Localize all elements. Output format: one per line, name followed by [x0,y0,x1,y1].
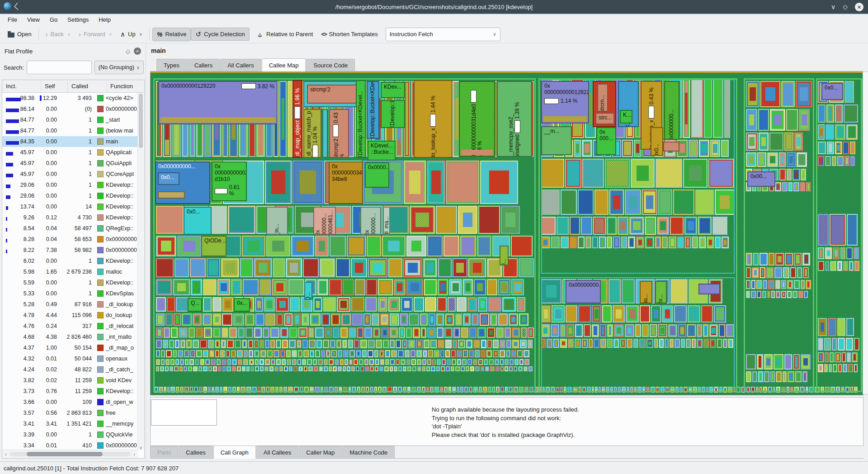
treemap-block[interactable]: strcmp'20.43 % [329,109,349,158]
table-row[interactable]: 8.227.3858 9820x00000000 [2,245,138,256]
treemap-block[interactable]: 0x0... [651,127,663,156]
table-row[interactable]: 4.371.0050 154_dl_map_o [2,342,138,353]
treemap-block[interactable] [158,191,185,199]
treemap-block[interactable]: 0x0... [821,83,843,100]
scrollbar-thumb[interactable] [27,452,103,456]
column-function[interactable]: Function [107,80,144,92]
minimize-button[interactable]: ∨ [831,4,835,10]
table-row[interactable]: 4.760.24317_dl_relocat [2,321,138,332]
treemap-block[interactable]: strcm... [597,84,608,112]
treemap-block[interactable]: __memcpy_sse2_ unaligned1.39 % [497,81,532,157]
forward-button[interactable]: › Forward ∨ [75,28,116,40]
relative-toggle[interactable]: % Relative [152,28,191,41]
treemap-block[interactable]: QIODe... [201,236,226,256]
table-row[interactable]: 3.340.014100x00000000 [2,440,138,450]
treemap-block[interactable]: K... [620,110,632,123]
treemap-block[interactable]: do... [640,281,652,303]
treemap-block[interactable]: 0x 00000000002 d1b100.61 % [212,161,247,201]
treemap-block[interactable]: 0x 000000... 0000461... [313,207,336,235]
tab-parts[interactable]: Parts [150,446,178,459]
treemap-block[interactable]: 0x00... [747,171,775,187]
treemap-block[interactable]: KDevelop::Buc... [381,100,405,128]
table-row[interactable]: 3.660.00109dl_open_w [2,397,138,408]
table-row[interactable]: 98.3812.293 493<cycle 42> [2,93,138,104]
tab-source-code[interactable]: Source Code [306,59,355,71]
float-dock-icon[interactable]: ◇ [126,48,130,55]
treemap-block[interactable]: KDev... [381,82,405,98]
event-type-combobox[interactable]: Instruction Fetch ∨ [386,28,500,41]
table-row[interactable]: 5.330.001KDevSplas [2,288,138,299]
horizontal-scrollbar[interactable]: ‹ › [2,450,138,458]
menu-item-file[interactable]: File [3,15,22,24]
table-row[interactable]: 45.970.001QApplicati [2,147,138,158]
treemap-block[interactable] [322,109,328,158]
treemap-block[interactable]: Q... [304,282,312,300]
column-called[interactable]: Called [68,80,107,92]
table-row[interactable]: 84.350.001main [2,136,138,147]
tab-caller-map[interactable]: Caller Map [299,446,342,459]
table-row[interactable]: 5.981.652 679 236malloc [2,266,138,277]
menu-item-go[interactable]: Go [45,15,62,24]
tab-callee-map[interactable]: Callee Map [262,58,306,71]
maximize-button[interactable]: ◇ [843,4,848,10]
treemap-block[interactable]: _dl_map_object1.96 % [292,80,302,158]
column-incl[interactable]: Incl. [2,80,41,92]
table-row[interactable]: 6.020.001KDevelop:: [2,256,138,266]
relative-to-parent-toggle[interactable]: ↔↕ Relative to Parent [252,28,317,41]
treemap-block[interactable]: strcmp'2 [307,85,359,104]
treemap-block[interactable]: _in... [266,207,288,235]
open-button[interactable]: Open [4,28,36,40]
tab-types[interactable]: Types [156,59,187,71]
treemap-block[interactable]: KDevelop::Bucket<KDevel... [356,80,366,158]
menu-item-settings[interactable]: Settings [62,15,94,24]
treemap-block[interactable]: 0x 000... [596,127,616,155]
treemap-block[interactable]: dl_ma... [383,207,390,235]
cycle-detection-toggle[interactable]: ↺ Cycle Detection [191,28,250,41]
table-row[interactable]: 3.820.0211 259void KDev [2,375,138,386]
treemap-block[interactable] [698,284,720,294]
tab-call-graph[interactable]: Call Graph [213,446,256,459]
callee-map[interactable]: 0x00000000001292203.82 %_dl_map_object1.… [150,71,863,395]
treemap-block[interactable]: 0x00000000... [566,280,601,303]
treemap-block[interactable]: 0x000000000031d4e01.28 % [459,81,495,157]
table-row[interactable]: 5.590.001KDevelop:: [2,277,138,288]
table-row[interactable]: 45.970.001QGuiAppli [2,158,138,169]
treemap-scrollbar[interactable] [863,71,868,394]
table-row[interactable]: 3.390.001QQuickVie [2,429,138,440]
table-row[interactable]: 4.320.0150 044openaux [2,353,138,364]
menu-item-view[interactable]: View [22,15,45,24]
treemap-block[interactable]: 0x0000000... [664,81,679,140]
treemap-block[interactable]: KDevelop::Bucket<KDevelop::Qu... [367,81,379,139]
table-row[interactable]: 4.240.0248 822_dl_catch_ [2,364,138,375]
treemap-block[interactable]: 0x 00000000001292201.14 % [541,81,589,123]
back-button[interactable]: ‹ Back ∨ [42,28,75,40]
splitter[interactable] [146,43,146,461]
vertical-scrollbar[interactable]: ∨ [137,93,144,450]
up-button[interactable]: ∧ Up ∨ [116,28,146,40]
table-row[interactable]: 5.280.4987 916_dl_lookup [2,299,138,310]
tab-callees[interactable]: Callees [179,446,212,459]
table-row[interactable]: 13.740.0014KDevelop:: [2,201,138,212]
table-row[interactable]: 3.730.7611 259KDevelop:: [2,386,138,397]
table-row[interactable]: 84.770.001_start [2,114,138,125]
table-row[interactable]: 3.570.562 863 813free [2,408,138,418]
table-row[interactable]: 9.260.124 730KDevelop:: [2,212,138,223]
treemap-block[interactable] [663,142,679,152]
treemap-block[interactable]: 0x... [234,298,250,312]
tab-machine-code[interactable]: Machine Code [342,446,395,459]
tab-callers[interactable]: Callers [187,59,220,71]
table-row[interactable]: 29.060.001KDevelop:: [2,180,138,190]
table-row[interactable]: 45.970.001QCoreAppl [2,169,138,180]
table-row[interactable]: 3.413.411 351 421__memcpy [2,418,138,429]
close-button[interactable]: × [855,3,863,11]
treemap-block[interactable]: 0x0000... [365,162,389,188]
tab-all-callers[interactable]: All Callers [220,59,261,71]
treemap-block[interactable]: 0x 00000000340 34be8 [329,161,363,204]
close-dock-icon[interactable]: × [134,47,141,55]
treemap-block[interactable]: __m... [541,126,572,155]
table-row[interactable]: 8.280.0458 6530x00000000 [2,234,138,245]
scroll-right-icon[interactable]: › [131,451,138,457]
table-row[interactable]: 29.060.001KDevelop:: [2,190,138,201]
scroll-down-icon[interactable]: ∨ [138,446,144,450]
treemap-block[interactable]: 0x0... [158,172,179,185]
